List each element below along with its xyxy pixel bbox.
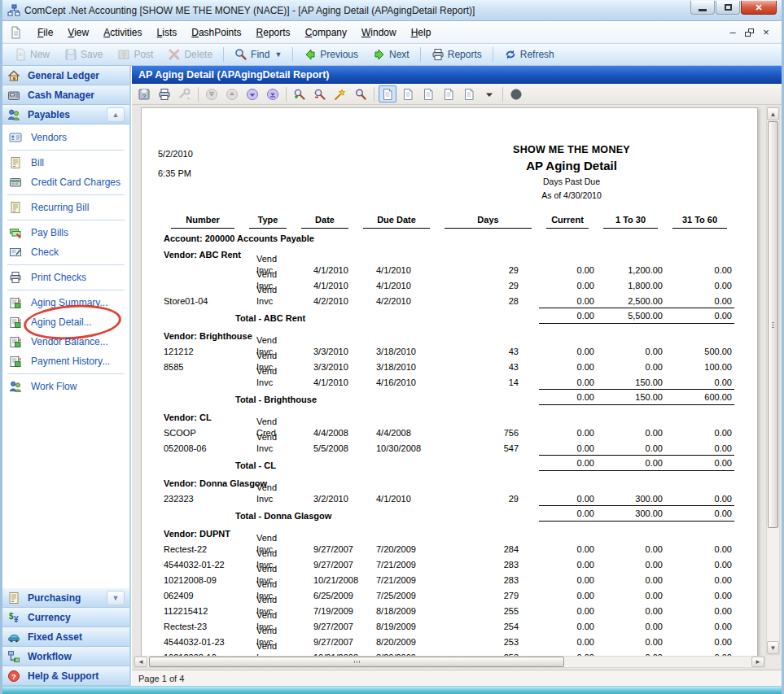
cell: 0.00 [665,264,734,276]
horizontal-scrollbar[interactable]: ◄ ► [134,656,765,668]
reports-button[interactable]: Reports [425,46,488,63]
cell: 0.00 [539,621,596,632]
layout-dropdown-arrow[interactable] [480,85,498,103]
check-icon [9,246,24,259]
page-layout-2-icon[interactable] [399,85,417,103]
total-row: Total - CL0.000.000.00 [142,454,757,471]
cell: Vend Invc [242,482,294,504]
mdi-restore-button[interactable] [745,28,754,37]
scroll-right-arrow-icon[interactable]: ► [751,657,764,667]
find-button[interactable]: Find▼ [228,46,288,63]
sidebar-item-vendor-balance[interactable]: Vendor Balance... [2,332,129,351]
cell: 0.00 [539,295,596,307]
page-layout-1-icon[interactable] [379,85,396,103]
total-label: Total - Brighthouse [164,394,437,405]
sidebar-group-label: Purchasing [28,592,107,604]
minimize-button[interactable] [690,1,715,15]
sidebar-item-credit-card-charges[interactable]: Credit Card Charges [2,172,129,192]
table-row: Vend Invc4/1/20104/16/2010140.00150.000.… [142,373,757,388]
cell: 0.00 [596,346,665,357]
company-name: SHOW ME THE MONEY [386,144,757,155]
sidebar-item-recurring-bill[interactable]: Recurring Bill [2,198,129,217]
vertical-scrollbar[interactable]: ▲ ▼ [766,107,780,655]
zoom-in-icon[interactable] [291,85,309,103]
scroll-left-arrow-icon[interactable]: ◄ [134,657,147,667]
close-button[interactable]: ✕ [741,1,777,15]
page-layout-5-icon[interactable] [460,85,478,103]
sidebar-group-help-support[interactable]: ?Help & Support [2,666,129,686]
cell: 10/21/2008 [294,574,356,586]
mdi-minimize-button[interactable]: – [727,27,738,38]
menu-company[interactable]: Company [298,24,354,41]
menu-lists[interactable]: Lists [150,24,185,41]
cell: 0.00 [665,427,734,439]
total-cell: 0.00 [539,389,596,405]
previous-page-icon[interactable] [223,85,241,103]
next-button[interactable]: Next [366,46,416,63]
print-icon[interactable] [155,85,173,103]
new-button[interactable]: New [7,46,56,63]
vertical-scroll-thumb[interactable] [768,121,778,528]
last-page-icon[interactable] [264,85,282,103]
zoom-out-icon[interactable] [311,85,329,103]
menu-window[interactable]: Window [354,24,404,41]
report-as-of: As of 4/30/2010 [386,190,757,200]
delete-button[interactable]: Delete [161,46,219,63]
save-button[interactable]: Save [58,46,109,63]
sidebar-item-bill[interactable]: Bill [2,153,129,172]
zoom-wand-icon[interactable] [331,85,349,103]
refresh-button[interactable]: Refresh [497,46,561,63]
menu-reports[interactable]: Reports [249,24,298,41]
sidebar-item-pay-bills[interactable]: Pay Bills [2,223,129,242]
scroll-down-arrow-icon[interactable]: ▼ [767,641,779,654]
column-header-current: Current [539,214,596,229]
post-button[interactable]: Post [111,46,160,63]
menu-dashpoints[interactable]: DashPoints [184,24,248,41]
page-layout-4-icon[interactable] [440,85,458,103]
export-icon[interactable]: ? [135,85,153,103]
menu-activities[interactable]: Activities [96,24,149,41]
sidebar-group-purchasing[interactable]: Purchasing▼ [2,588,129,608]
sidebar-group-label: General Ledger [28,70,125,81]
sidebar-item-vendors[interactable]: Vendors [2,128,129,147]
sidebar-item-payment-history[interactable]: Payment History... [2,351,129,371]
sidebar-item-check[interactable]: Check [2,242,129,262]
sidebar-group-fixed-asset[interactable]: Fixed Asset [2,627,129,647]
first-page-icon[interactable] [203,85,221,103]
column-header-due-date: Due Date [356,214,437,229]
report-title: AP Aging Detail [386,159,757,172]
menu-file[interactable]: File [30,24,60,41]
cell: 0.00 [596,605,665,617]
collapse-arrow-icon[interactable]: ▲ [107,107,125,122]
expand-arrow-icon[interactable]: ▼ [107,591,125,605]
zoom-icon[interactable] [352,85,370,103]
mdi-close-button[interactable]: × [760,27,772,38]
sidebar-group-cash-manager[interactable]: Cash Manager [2,85,129,105]
vendor-card-icon [9,131,24,144]
next-page-icon[interactable] [243,85,261,103]
stop-icon[interactable] [507,85,525,103]
page-layout-3-icon[interactable] [419,85,437,103]
sidebar-separator [7,220,125,220]
sidebar-group-payables[interactable]: Payables▲ [2,105,129,124]
previous-button[interactable]: Previous [297,46,365,63]
sidebar-item-label: Bill [31,157,44,168]
maximize-button[interactable] [716,1,740,15]
cell: 6/25/2009 [294,590,356,601]
sidebar-group-currency[interactable]: $¥Currency [2,608,129,627]
cell: 300.00 [596,493,665,504]
sidebar-item-work-flow[interactable]: Work Flow [2,377,129,396]
cell: Rectest-22 [164,543,242,555]
scroll-up-arrow-icon[interactable]: ▲ [767,107,779,120]
sidebar-item-aging-summary[interactable]: Aging Summary... [2,293,129,312]
horizontal-scroll-thumb[interactable] [149,657,564,667]
sidebar-item-print-checks[interactable]: Print Checks [2,268,129,287]
arrow-left-icon [304,48,317,61]
sidebar-group-general-ledger[interactable]: General Ledger [2,66,129,85]
sidebar-item-aging-detail[interactable]: Aging Detail... [2,312,129,332]
menu-view[interactable]: View [60,24,96,41]
printer-setup-icon[interactable] [176,85,194,103]
sidebar-group-workflow[interactable]: Workflow [2,647,129,666]
menu-help[interactable]: Help [404,24,439,41]
sidebar-group-label: Currency [28,612,125,623]
